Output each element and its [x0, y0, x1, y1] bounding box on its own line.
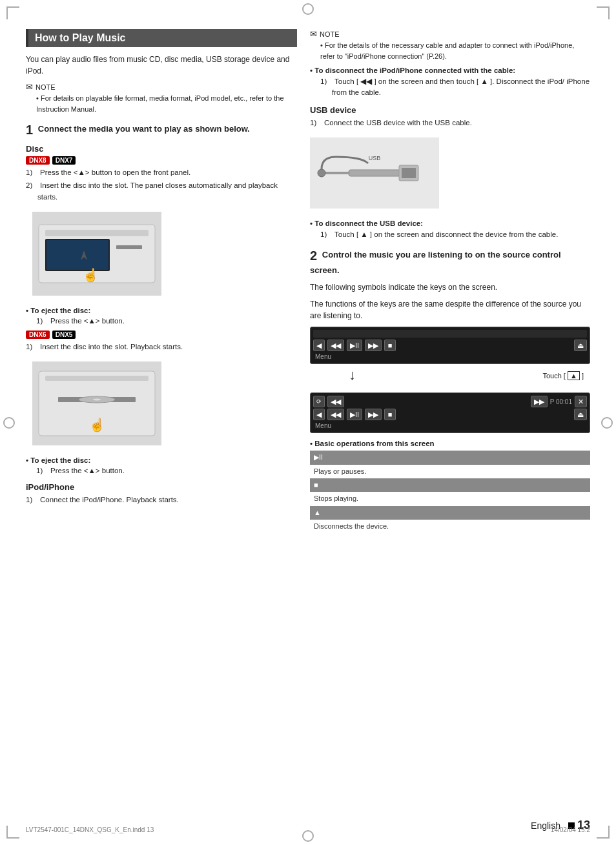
intro-text: You can play audio files from music CD, …	[26, 54, 297, 77]
disc-steps-dnx87: 1)Press the <▲> button to open the front…	[26, 167, 297, 203]
badge-dnx7: DNX7	[52, 156, 76, 165]
touch-label: Touch [ ▲ ]	[542, 372, 584, 380]
ipod-steps: 1)Connect the iPod/iPhone. Playback star…	[26, 494, 297, 505]
note-label-1: NOTE	[36, 83, 56, 91]
usb-section: USB device 1)Connect the USB device with…	[310, 105, 590, 241]
ctrl-prev2: ◀◀	[327, 340, 344, 351]
ctrl-close: ✕	[575, 396, 587, 407]
disc-step-65-1: 1)Insert the disc into the slot. Playbac…	[26, 341, 297, 352]
ops-row-desc-2: Stops playing.	[310, 492, 590, 505]
ctrl-prev3: ◀	[313, 409, 325, 420]
eject-step-2: 1)Press the <▲> button.	[36, 465, 297, 476]
ipod-step-1: 1)Connect the iPod/iPhone. Playback star…	[26, 494, 297, 505]
badge-group-dnx87: DNX8 DNX7	[26, 156, 297, 165]
svg-rect-17	[402, 168, 416, 178]
step2-heading: 2 Control the music you are listening to…	[310, 247, 590, 276]
disconnect-ipod-step-1: 1)Touch [ ◀◀ ] on the screen and then to…	[320, 76, 590, 99]
ops-icon-2: ■	[310, 478, 590, 492]
usb-step-1: 1)Connect the USB device with the USB ca…	[310, 117, 590, 128]
eject-step-1: 1)Press the <▲> button.	[36, 316, 297, 327]
note-block-1: NOTE • For details on playable file form…	[26, 82, 297, 114]
disconnect-ipod-steps: 1)Touch [ ◀◀ ] on the screen and then to…	[310, 76, 590, 99]
disconnect-usb-step-1: 1)Touch [ ▲ ] on the screen and disconne…	[320, 229, 590, 240]
ctrl-stop: ■	[384, 340, 396, 351]
eject-steps-1: 1)Press the <▲> button.	[26, 316, 297, 327]
disc-image-dnx65: ☝	[32, 361, 161, 445]
badge-dnx6: DNX6	[26, 331, 50, 339]
ctrl-eject2: ⏏	[574, 409, 587, 420]
disc-label: Disc	[26, 144, 297, 154]
arrow-touch-block: ↓ Touch [ ▲ ]	[310, 367, 590, 390]
ops-desc-3: Disconnects the device.	[310, 520, 590, 533]
corner-mark-br	[597, 826, 610, 839]
step2-desc2: The functions of the keys are the same d…	[310, 298, 590, 321]
right-column: NOTE • For the details of the necessary …	[310, 29, 590, 534]
ops-table: ▶II Plays or pauses. ■ Stops playing. ▲	[310, 451, 590, 533]
svg-rect-18	[323, 172, 350, 174]
ops-row-header-1: ▶II	[310, 451, 590, 464]
svg-point-19	[318, 169, 325, 177]
disconnect-usb-title: To disconnect the USB device:	[310, 219, 590, 227]
basic-ops-title: Basic operations from this screen	[310, 440, 590, 447]
disconnect-ipod-title: To disconnect the iPod/iPhone connected …	[310, 66, 590, 74]
svg-rect-4	[46, 240, 108, 270]
ops-row-desc-1: Plays or pauses.	[310, 465, 590, 478]
ops-desc-1: Plays or pauses.	[310, 465, 590, 478]
basic-ops-section: Basic operations from this screen ▶II Pl…	[310, 440, 590, 533]
svg-point-13	[93, 399, 101, 401]
ctrl-play: ▶II	[347, 340, 362, 351]
page: How to Play Music You can play audio fil…	[0, 0, 616, 845]
disc-step-87-2: 2)Insert the disc into the slot. The pan…	[26, 180, 297, 203]
svg-rect-2	[45, 230, 149, 236]
svg-rect-15	[349, 170, 400, 176]
center-mark-right	[601, 417, 613, 429]
disconnect-ipod-block: To disconnect the iPod/iPhone connected …	[310, 66, 590, 99]
disconnect-usb-block: To disconnect the USB device: 1)Touch [ …	[310, 219, 590, 240]
ctrl-prev4: ◀◀	[327, 409, 344, 420]
ctrl-next2: ▶▶	[365, 409, 382, 420]
step1-heading: 1 Connect the media you want to play as …	[26, 121, 297, 139]
ctrl-next: ▶▶	[365, 340, 382, 351]
center-mark-top	[302, 3, 314, 15]
svg-text:USB: USB	[369, 155, 381, 161]
screen-after: ⟳ ◀◀ ▶▶ P 00:01 ✕ ◀ ◀◀ ▶II ▶▶ ■	[310, 392, 590, 433]
ops-row-header-3: ▲	[310, 506, 590, 520]
disc-image-dnx87: ☝	[32, 212, 161, 296]
svg-text:☝: ☝	[89, 417, 105, 433]
center-mark-bottom	[302, 830, 314, 842]
corner-mark-bl	[6, 826, 19, 839]
note-icon-1: NOTE	[26, 82, 297, 92]
ops-icon-1: ▶II	[310, 451, 590, 464]
touch-icon: ▲	[568, 371, 580, 380]
track-time: P 00:01	[550, 398, 572, 405]
ops-desc-2: Stops playing.	[310, 492, 590, 505]
ctrl-rew: ◀◀	[327, 396, 344, 407]
corner-mark-tl	[6, 6, 19, 19]
eject-steps-2: 1)Press the <▲> button.	[26, 465, 297, 476]
svg-text:☝: ☝	[83, 267, 99, 283]
corner-mark-tr	[597, 6, 610, 19]
ctrl-ff: ▶▶	[531, 396, 548, 407]
note-text-1: • For details on playable file format, m…	[26, 93, 297, 114]
usb-steps: 1)Connect the USB device with the USB ca…	[310, 117, 590, 128]
ctrl-prev: ◀	[313, 340, 325, 351]
page-title: How to Play Music	[26, 29, 297, 47]
center-mark-left	[3, 417, 15, 429]
usb-label: USB device	[310, 105, 590, 115]
ctrl-play2: ▶II	[347, 409, 362, 420]
ctrl-stop2: ■	[384, 409, 396, 420]
ctrl-source: ⟳	[313, 396, 325, 407]
ops-icon-3: ▲	[310, 506, 590, 520]
ipod-label: iPod/iPhone	[26, 482, 297, 492]
step2-desc1: The following symbols indicate the keys …	[310, 281, 590, 293]
note-block-2: NOTE • For the details of the necessary …	[310, 29, 590, 61]
eject-title-2: To eject the disc:	[26, 456, 297, 464]
ops-row-desc-3: Disconnects the device.	[310, 520, 590, 533]
note-text-2: • For the details of the necessary cable…	[310, 40, 590, 61]
eject-disc-1: To eject the disc: 1)Press the <▲> butto…	[26, 307, 297, 327]
note-icon-2: NOTE	[310, 29, 590, 39]
disc-step-87-1: 1)Press the <▲> button to open the front…	[26, 167, 297, 178]
screen-before: ◀ ◀◀ ▶II ▶▶ ■ ⏏ Menu	[310, 327, 590, 364]
badge-dnx5: DNX5	[52, 331, 76, 339]
left-column: How to Play Music You can play audio fil…	[26, 29, 297, 534]
